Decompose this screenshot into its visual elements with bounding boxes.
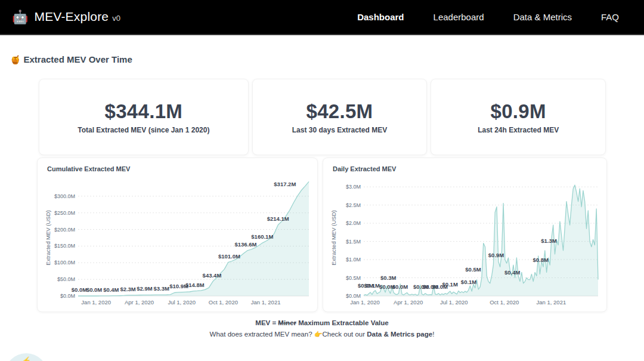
svg-text:$214.1M: $214.1M xyxy=(267,215,289,222)
daily-chart-card: Daily Extracted MEV $0.0M$0.5M$1.0M$1.5M… xyxy=(323,158,607,312)
svg-text:$1.0M: $1.0M xyxy=(346,257,361,263)
svg-text:$0.1M: $0.1M xyxy=(442,281,457,288)
svg-text:Extracted MEV (USD): Extracted MEV (USD) xyxy=(330,210,337,265)
svg-text:$100.0M: $100.0M xyxy=(54,260,75,266)
svg-text:$250.0M: $250.0M xyxy=(54,210,75,216)
lightning-bolt-icon: ⚡ xyxy=(21,356,31,361)
svg-text:$0.1M: $0.1M xyxy=(364,282,380,289)
svg-text:Jan 1, 2021: Jan 1, 2021 xyxy=(537,299,566,306)
stat-label: Last 30 days Extracted MEV xyxy=(292,126,387,134)
stat-label: Total Extracted MEV (since Jan 1 2020) xyxy=(78,126,209,134)
mev-help-text: What does extracted MEV mean? 👉Check out… xyxy=(0,331,644,338)
svg-text:$0.5M: $0.5M xyxy=(465,266,481,273)
svg-text:$0.4M: $0.4M xyxy=(504,269,520,276)
svg-text:$2.5M: $2.5M xyxy=(346,202,361,208)
svg-text:$14.8M: $14.8M xyxy=(185,282,205,288)
page-title: 🍯 Extracted MEV Over Time xyxy=(10,54,644,64)
stat-value: $42.5M xyxy=(306,100,373,123)
mev-definition-rest: Maximum Extractable Value xyxy=(296,319,389,326)
svg-text:$0.5M: $0.5M xyxy=(346,275,361,281)
help-mid-text: Check out our xyxy=(322,331,367,338)
svg-text:$0.8M: $0.8M xyxy=(533,257,549,263)
page-title-text: Extracted MEV Over Time xyxy=(23,54,132,64)
mev-explore-dashboard: 🤖 MEV-Explore v0 Dashboard Leaderboard D… xyxy=(0,0,644,361)
cumulative-chart[interactable]: $0.0M$50.0M$100.0M$150.0M$200.0M$250.0M$… xyxy=(44,174,314,308)
svg-text:$0.1M: $0.1M xyxy=(461,279,476,285)
svg-text:Apr 1, 2020: Apr 1, 2020 xyxy=(394,299,423,306)
svg-text:Jan 1, 2021: Jan 1, 2021 xyxy=(251,299,281,306)
footer: MEV = Miner Maximum Extractable Value Wh… xyxy=(0,319,644,338)
daily-chart-title: Daily Extracted MEV xyxy=(333,165,603,172)
main-nav: Dashboard Leaderboard Data & Metrics FAQ xyxy=(357,12,619,22)
stat-value: $0.9M xyxy=(491,100,546,123)
svg-text:Apr 1, 2020: Apr 1, 2020 xyxy=(125,299,154,306)
svg-text:$300.0M: $300.0M xyxy=(54,193,75,199)
svg-text:$2.9M: $2.9M xyxy=(137,285,152,292)
svg-text:Oct 1, 2020: Oct 1, 2020 xyxy=(490,299,519,306)
stat-card-total-extracted: $344.1M Total Extracted MEV (since Jan 1… xyxy=(39,79,249,155)
svg-text:$0.0M: $0.0M xyxy=(72,286,87,293)
honeypot-icon: 🍯 xyxy=(10,55,20,64)
svg-text:$0.0M: $0.0M xyxy=(392,283,408,290)
app-title: MEV-Explore xyxy=(34,10,109,24)
help-question-text: What does extracted MEV mean? xyxy=(210,331,314,338)
svg-text:$1.5M: $1.5M xyxy=(346,239,361,245)
svg-text:$317.2M: $317.2M xyxy=(274,181,296,187)
help-end-text: ! xyxy=(432,331,434,338)
svg-text:$2.3M: $2.3M xyxy=(120,286,135,292)
nav-item-leaderboard[interactable]: Leaderboard xyxy=(434,12,484,22)
mev-definition-prefix: MEV = xyxy=(255,319,278,326)
svg-text:$0.0M: $0.0M xyxy=(346,293,361,299)
cumulative-chart-title: Cumulative Extracted MEV xyxy=(47,165,314,172)
svg-text:$1.3M: $1.3M xyxy=(541,237,556,244)
stats-row: $344.1M Total Extracted MEV (since Jan 1… xyxy=(39,79,606,155)
pointing-right-icon: 👉 xyxy=(314,331,323,338)
stat-card-last-30-days: $42.5M Last 30 days Extracted MEV xyxy=(252,79,428,155)
svg-text:Oct 1, 2020: Oct 1, 2020 xyxy=(209,299,238,306)
svg-text:$3.3M: $3.3M xyxy=(154,285,169,292)
nav-item-dashboard[interactable]: Dashboard xyxy=(357,12,404,22)
svg-text:Extracted MEV (USD): Extracted MEV (USD) xyxy=(45,210,51,265)
data-metrics-page-link[interactable]: Data & Metrics page xyxy=(367,331,432,338)
svg-text:$43.4M: $43.4M xyxy=(203,272,222,279)
svg-text:$0.4M: $0.4M xyxy=(103,286,119,293)
svg-text:$0.0M: $0.0M xyxy=(86,286,102,293)
svg-text:$50.0M: $50.0M xyxy=(57,276,75,282)
svg-text:$150.0M: $150.0M xyxy=(54,243,75,249)
svg-text:$0.0M: $0.0M xyxy=(60,293,75,299)
svg-text:$160.1M: $160.1M xyxy=(251,233,273,240)
svg-text:$3.0M: $3.0M xyxy=(346,184,361,190)
robot-logo-icon: 🤖 xyxy=(12,10,28,25)
charts-row: Cumulative Extracted MEV $0.0M$50.0M$100… xyxy=(37,158,644,312)
top-navbar: 🤖 MEV-Explore v0 Dashboard Leaderboard D… xyxy=(0,0,644,35)
cumulative-chart-card: Cumulative Extracted MEV $0.0M$50.0M$100… xyxy=(37,158,318,312)
stat-value: $344.1M xyxy=(105,100,183,123)
svg-text:$101.0M: $101.0M xyxy=(218,253,240,260)
svg-text:$0.9M: $0.9M xyxy=(488,252,504,258)
stat-card-last-24h: $0.9M Last 24h Extracted MEV xyxy=(431,79,606,155)
daily-chart[interactable]: $0.0M$0.5M$1.0M$1.5M$2.0M$2.5M$3.0MExtra… xyxy=(329,174,603,308)
app-version: v0 xyxy=(112,14,120,23)
support-chat-bubble[interactable]: ⚡ xyxy=(5,353,48,361)
mev-definition-text: MEV = Miner Maximum Extractable Value xyxy=(0,319,644,326)
nav-item-data-metrics[interactable]: Data & Metrics xyxy=(513,12,572,22)
svg-text:$2.0M: $2.0M xyxy=(346,220,361,226)
nav-item-faq[interactable]: FAQ xyxy=(601,12,619,22)
svg-text:$136.6M: $136.6M xyxy=(234,241,256,248)
svg-text:Jan 1, 2020: Jan 1, 2020 xyxy=(81,299,111,306)
svg-text:Jul 1, 2020: Jul 1, 2020 xyxy=(168,299,196,306)
stat-label: Last 24h Extracted MEV xyxy=(478,126,559,134)
app-logo[interactable]: 🤖 MEV-Explore v0 xyxy=(12,10,120,25)
svg-text:$0.3M: $0.3M xyxy=(380,274,396,281)
miner-struck-text: Miner xyxy=(278,319,296,326)
svg-text:Jan 1, 2020: Jan 1, 2020 xyxy=(350,299,380,306)
svg-text:Jul 1, 2020: Jul 1, 2020 xyxy=(440,299,467,306)
svg-text:$200.0M: $200.0M xyxy=(54,227,75,233)
